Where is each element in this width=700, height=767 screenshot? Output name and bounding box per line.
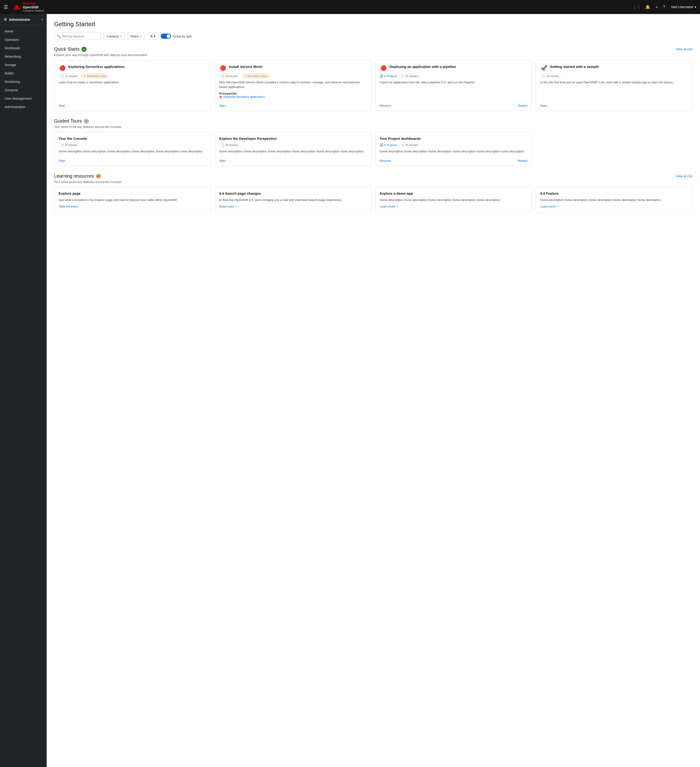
- role-dropdown-arrow-icon: ▾: [41, 18, 43, 21]
- help-question-icon[interactable]: ?: [663, 5, 665, 10]
- card-title: 4.4 Search page changes: [219, 191, 367, 196]
- sidebar-item-builds[interactable]: Builds ›: [0, 69, 47, 78]
- sidebar: ⚙ Administrator ▾ Home Operators › Workl…: [0, 14, 47, 767]
- card-header: 🔴 Exploring Serverless applications: [59, 64, 206, 72]
- sidebar-item-user-management[interactable]: User Management ›: [0, 94, 47, 103]
- role-selector[interactable]: ⚙ Administrator ▾: [0, 14, 47, 25]
- card-meta: 🕐 10 minutes: [540, 74, 688, 78]
- page-title: Getting Started: [54, 21, 692, 28]
- sidebar-item-monitoring[interactable]: Monitoring ›: [0, 78, 47, 86]
- card-description: Import an application from Git, add a pi…: [379, 80, 528, 99]
- resume-button[interactable]: Resume: [379, 104, 391, 107]
- guided-tours-subtitle: Tour some of the key features around the…: [54, 125, 692, 129]
- clock-icon: 🕐: [542, 75, 546, 78]
- quick-starts-view-all[interactable]: View all (16): [676, 48, 692, 51]
- add-plus-icon[interactable]: ＋: [654, 4, 659, 10]
- apps-grid-icon[interactable]: ⋮⋮: [633, 5, 641, 10]
- card-description: Learn how to create a Serverless applica…: [59, 80, 206, 99]
- start-button[interactable]: Start: [59, 159, 65, 162]
- learning-resources-title-row: Learning resources 🏷: [54, 173, 101, 179]
- card-title: 4.4 Feature: [540, 191, 688, 196]
- user-menu[interactable]: Ned Username ▾: [671, 5, 696, 9]
- sidebar-item-administration[interactable]: Administration ›: [0, 103, 47, 111]
- card-actions: Resume Restart: [379, 157, 528, 162]
- quick-starts-title-row: Quick Starts ✓: [54, 46, 87, 52]
- username-label: Ned Username: [671, 5, 693, 9]
- card-description: Red Hat OpenShift Service Mesh provides …: [219, 80, 367, 89]
- group-by-label: Group by type: [173, 35, 192, 38]
- guided-tours-badge: ⊙: [84, 119, 89, 124]
- sidebar-item-operators[interactable]: Operators ›: [0, 35, 47, 44]
- card-title: Explore the Developer Perspective: [219, 136, 277, 141]
- quick-starts-header: Quick Starts ✓ View all (16): [54, 46, 692, 52]
- prerequisite-link[interactable]: 🔖 Exploring Serverless applications: [219, 95, 367, 99]
- group-by-toggle[interactable]: [161, 33, 171, 39]
- learning-resources-header: Learning resources 🏷 View all (10): [54, 173, 692, 179]
- restart-button[interactable]: Restart: [518, 104, 528, 107]
- expand-arrow-icon: ›: [42, 38, 43, 41]
- card-description: See what's included in the Explore page …: [59, 198, 206, 202]
- card-explore-demo-app: Explore a demo app Some description Some…: [375, 187, 532, 213]
- card-title: Install Service Mesh: [229, 64, 262, 69]
- sidebar-item-workloads[interactable]: Workloads ›: [0, 44, 47, 52]
- card-exploring-serverless: 🔴 Exploring Serverless applications 🕐 15…: [54, 60, 211, 111]
- card-install-service-mesh: 🔴 Install Service Mesh 🕐 20 minutes ★ Se…: [215, 60, 371, 111]
- sort-dropdown-arrow-icon: ▾: [154, 35, 156, 38]
- card-actions: Start: [219, 102, 367, 107]
- top-navigation: ☰ Red Hat OpenShift Container Platform ⋮…: [0, 0, 700, 14]
- tag-badge: ★ Serverless series: [242, 74, 269, 78]
- card-header: 🔴 Install Service Mesh: [219, 64, 367, 72]
- category-filter-button[interactable]: Category ▾: [103, 33, 125, 40]
- card-meta: 🕐 15 minutes ★ Serverless series: [59, 74, 206, 78]
- card-tour-project-dashboards: Tour Project dashboards 🔄 In Progress 🕐 …: [375, 132, 532, 166]
- card-header: Explore the Developer Perspective: [219, 136, 367, 141]
- group-by-toggle-wrap: Group by type: [161, 33, 192, 39]
- card-description: Some description Some description Some d…: [540, 198, 688, 202]
- expand-arrow-icon: ›: [42, 105, 43, 108]
- card-meta: 🔄 In Progress 🕐 20 minutes: [379, 143, 528, 147]
- card-header: Tour the Console: [59, 136, 206, 141]
- brand-logo: Red Hat OpenShift Container Platform: [13, 2, 44, 13]
- guided-tours-title: Guided Tours: [54, 118, 82, 124]
- restart-button[interactable]: Restart: [518, 159, 528, 162]
- sidebar-item-compute[interactable]: Compute ›: [0, 86, 47, 94]
- card-actions: Resume Restart: [379, 102, 528, 107]
- tag-badge: ★ Serverless series: [81, 74, 108, 78]
- card-feature-44: 4.4 Feature Some description Some descri…: [536, 187, 692, 213]
- time-badge: 🕐 20 minutes: [399, 143, 420, 147]
- start-button[interactable]: Start: [219, 104, 225, 107]
- start-button[interactable]: Start: [540, 104, 546, 107]
- learn-more-link[interactable]: Learn more ↗: [540, 205, 688, 208]
- learning-resources-badge: 🏷: [96, 173, 101, 179]
- search-input[interactable]: [62, 35, 95, 38]
- start-button[interactable]: Start: [59, 104, 65, 107]
- take-me-there-link[interactable]: Take me there: [59, 205, 206, 208]
- read-more-link[interactable]: Read more ↗: [219, 205, 367, 208]
- hamburger-menu[interactable]: ☰: [4, 4, 8, 10]
- learn-more-link[interactable]: Learn more ↗: [379, 205, 528, 208]
- in-progress-icon: 🔄: [379, 143, 383, 146]
- status-filter-button[interactable]: Status ▾: [127, 33, 144, 40]
- bookmark-icon: 🔖: [219, 95, 222, 99]
- sort-button[interactable]: ⇅ ▾: [148, 32, 158, 40]
- card-title: Tour Project dashboards: [379, 136, 421, 141]
- learning-resources-view-all[interactable]: View all (10): [676, 174, 692, 178]
- card-meta: 🕐 15 minutes: [59, 143, 206, 147]
- card-title: Tour the Console: [59, 136, 87, 141]
- notification-bell-icon[interactable]: 🔔: [645, 5, 650, 10]
- expand-arrow-icon: ›: [42, 64, 43, 66]
- card-deploying-application: 🔴 Deploying an application with a pipeli…: [375, 60, 532, 111]
- time-badge: 🕐 15 minutes: [59, 143, 79, 147]
- start-button[interactable]: Start: [219, 159, 225, 162]
- prerequisites-label: Prerequisites: [219, 92, 367, 95]
- card-title: Deploying an application with a pipeline: [389, 64, 456, 69]
- sidebar-item-storage[interactable]: Storage ›: [0, 61, 47, 69]
- external-link-icon: ↗: [396, 205, 398, 208]
- sidebar-item-networking[interactable]: Networking ›: [0, 52, 47, 61]
- sidebar-item-home[interactable]: Home: [0, 27, 47, 35]
- in-progress-icon: 🔄: [379, 75, 383, 78]
- quick-starts-title: Quick Starts: [54, 46, 79, 52]
- in-progress-badge: 🔄 In Progress: [379, 143, 397, 146]
- sort-icon: ⇅: [150, 34, 153, 38]
- resume-button[interactable]: Resume: [379, 159, 391, 162]
